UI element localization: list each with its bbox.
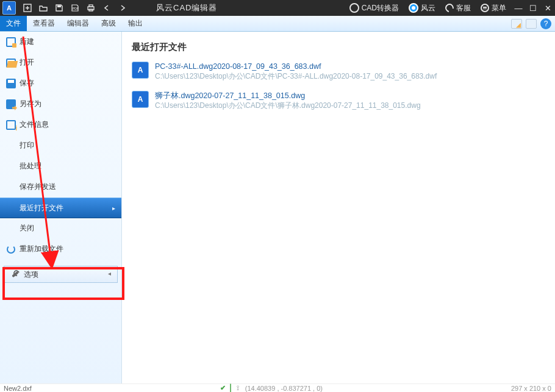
reload-icon	[6, 244, 16, 254]
recent-files-title: 最近打开文件	[132, 41, 549, 53]
blank-icon	[6, 224, 16, 233]
tab-editor[interactable]: 编辑器	[61, 16, 95, 31]
save-as-icon	[6, 99, 16, 109]
sidebar-item-label: 打印	[20, 140, 34, 151]
new-doc-icon[interactable]	[21, 1, 34, 15]
sidebar-item-file-info[interactable]: 文件信息	[0, 115, 121, 135]
status-tool-icon: ⟟	[237, 384, 239, 392]
window-minimize[interactable]: —	[511, 0, 526, 16]
sidebar-item-label: 打开	[20, 57, 34, 68]
blank-icon	[6, 141, 16, 151]
link-menu[interactable]: 菜单	[476, 3, 511, 13]
app-title: 风云CAD编辑器	[156, 2, 217, 13]
sidebar-item-recent[interactable]: 最近打开文件▸	[0, 198, 121, 218]
misc-toolbar-icon[interactable]	[526, 19, 537, 29]
sidebar-item-reload[interactable]: 重新加载文件	[0, 239, 121, 260]
recent-files-panel: 最近打开文件 A PC-33#-ALL.dwg2020-08-17_09_43_…	[122, 32, 555, 383]
sidebar-item-save[interactable]: 保存	[0, 73, 121, 94]
link-support[interactable]: 客服	[440, 3, 476, 13]
recent-file-item[interactable]: A PC-33#-ALL.dwg2020-08-17_09_43_36_683.…	[132, 62, 549, 81]
sidebar-item-label: 保存并发送	[20, 182, 56, 192]
recent-file-path: C:\Users\123\Desktop\办公\CAD文件\PC-33#-ALL…	[155, 71, 437, 81]
sidebar-item-batch[interactable]: 批处理	[0, 156, 121, 177]
tab-viewer[interactable]: 查看器	[27, 16, 61, 31]
sidebar-item-label: 重新加载文件	[20, 244, 63, 254]
save-icon[interactable]	[52, 1, 66, 15]
sidebar-item-save-as[interactable]: 另存为	[0, 94, 121, 115]
sidebar-item-options[interactable]: 选项▸	[4, 266, 118, 283]
sidebar-item-open[interactable]: 打开	[0, 52, 121, 73]
wrench-icon	[10, 269, 20, 279]
window-maximize[interactable]: ☐	[526, 0, 540, 16]
sidebar-item-label: 文件信息	[20, 119, 49, 130]
file-menu-sidebar: 新建 打开 保存 另存为 文件信息 打印 批处理 保存并发送 最近打开文件▸ 关…	[0, 32, 122, 383]
sidebar-item-print[interactable]: 打印	[0, 135, 121, 156]
window-close[interactable]: ✕	[540, 0, 555, 16]
sidebar-item-label: 批处理	[20, 161, 41, 171]
save-icon	[6, 79, 16, 88]
sidebar-item-label: 新建	[20, 37, 34, 47]
link-fengyun[interactable]: 风云	[404, 3, 440, 13]
status-bar: New2.dxf ✔▕ ⟟ (14.40839 , -0.837271 , 0)…	[0, 383, 555, 392]
chevron-right-icon: ▸	[112, 205, 115, 212]
chevron-left-icon: ▸	[108, 271, 111, 278]
sidebar-item-label: 关闭	[20, 223, 34, 233]
tab-file[interactable]: 文件	[0, 16, 27, 31]
svg-rect-4	[89, 5, 93, 7]
redo-icon[interactable]	[116, 1, 129, 15]
edit-note-icon[interactable]	[511, 19, 522, 29]
sidebar-item-new[interactable]: 新建	[0, 32, 121, 52]
svg-text:PDF: PDF	[73, 7, 79, 10]
titlebar: A PDF 风云CAD编辑器 CAD转换器 风云 客服 菜单 — ☐ ✕	[0, 0, 555, 16]
recent-file-path: C:\Users\123\Desktop\办公\CAD文件\狮子林.dwg202…	[155, 101, 421, 110]
sidebar-item-label: 保存	[20, 78, 34, 88]
dwg-file-icon: A	[132, 62, 149, 79]
tab-advanced[interactable]: 高级	[95, 16, 122, 31]
svg-rect-1	[57, 5, 61, 7]
dwg-file-icon: A	[132, 91, 149, 108]
print-icon[interactable]	[84, 1, 98, 15]
canvas-dimensions: 297 x 210 x 0	[511, 385, 551, 392]
undo-icon[interactable]	[100, 1, 113, 15]
active-document-tab[interactable]: New2.dxf	[4, 385, 32, 392]
tab-output[interactable]: 输出	[122, 16, 149, 31]
blank-icon	[6, 182, 16, 192]
help-icon[interactable]: ?	[540, 18, 551, 29]
sidebar-item-save-send[interactable]: 保存并发送	[0, 177, 121, 198]
blank-icon	[6, 162, 16, 171]
sidebar-item-label: 最近打开文件	[20, 203, 63, 213]
save-pdf-icon[interactable]: PDF	[68, 1, 82, 15]
menubar: 文件 查看器 编辑器 高级 输出 ?	[0, 16, 555, 32]
open-icon	[6, 58, 16, 68]
link-cad-converter[interactable]: CAD转换器	[345, 3, 404, 13]
file-info-icon	[6, 120, 16, 130]
app-icon: A	[2, 1, 16, 15]
sidebar-item-label: 选项	[24, 269, 38, 280]
cursor-coords: (14.40839 , -0.837271 , 0)	[245, 385, 323, 392]
blank-icon	[6, 203, 16, 213]
recent-file-item[interactable]: A 狮子林.dwg2020-07-27_11_11_38_015.dwg C:\…	[132, 91, 549, 110]
recent-file-name: PC-33#-ALL.dwg2020-08-17_09_43_36_683.dw…	[155, 62, 437, 71]
file-menu-panel: 新建 打开 保存 另存为 文件信息 打印 批处理 保存并发送 最近打开文件▸ 关…	[0, 32, 555, 383]
sidebar-item-close[interactable]: 关闭	[0, 218, 121, 239]
new-icon	[6, 37, 16, 47]
open-folder-icon[interactable]	[37, 1, 50, 15]
sidebar-item-label: 另存为	[20, 99, 41, 109]
status-check-icon: ✔▕	[220, 384, 231, 392]
recent-file-name: 狮子林.dwg2020-07-27_11_11_38_015.dwg	[155, 91, 421, 101]
